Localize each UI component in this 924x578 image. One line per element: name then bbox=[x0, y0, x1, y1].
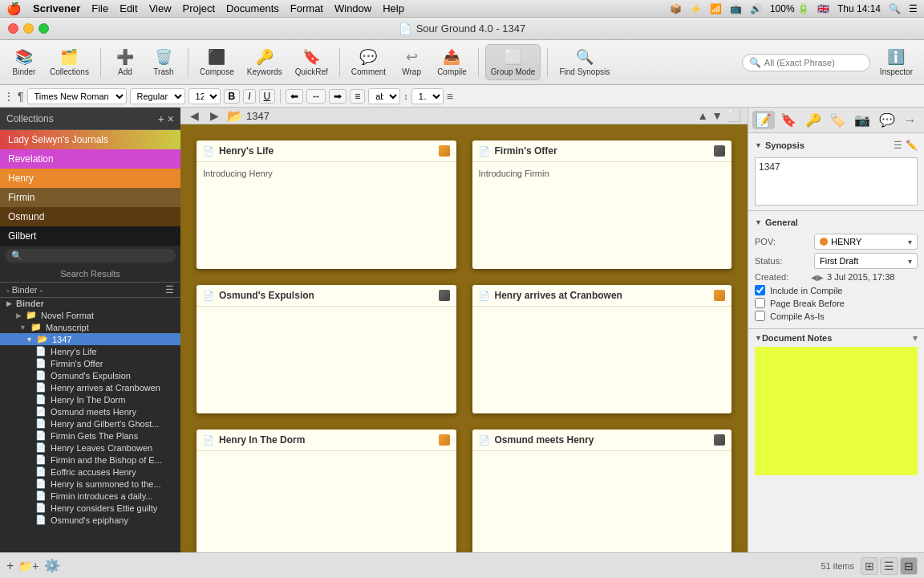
status-value[interactable]: First Draft ▾ bbox=[814, 253, 918, 269]
binder-menu-icon[interactable]: ☰ bbox=[165, 284, 174, 295]
corkboard-view-button[interactable]: ⊟ bbox=[900, 557, 918, 575]
up-arrow-button[interactable]: ▲ bbox=[697, 109, 708, 122]
binder-item-novel-format[interactable]: ▶ 📁 Novel Format bbox=[0, 309, 180, 321]
quickref-button[interactable]: 🔖 QuickRef bbox=[290, 45, 333, 79]
synopsis-edit-icon[interactable]: ✏️ bbox=[906, 140, 918, 151]
notification-center-icon[interactable]: ☰ bbox=[909, 3, 918, 14]
format-nav-icon[interactable]: ⋮ bbox=[3, 90, 14, 103]
binder-item-firmins-offer[interactable]: 📄 Firmin's Offer bbox=[0, 357, 180, 369]
binder-item-firmin-plans[interactable]: 📄 Firmin Gets The Plans bbox=[0, 429, 180, 442]
minimize-button[interactable] bbox=[23, 23, 34, 34]
search-bar[interactable]: 🔍 bbox=[5, 249, 176, 263]
add-button[interactable]: ➕ Add bbox=[107, 45, 143, 79]
collection-item-firmin[interactable]: Firmin bbox=[0, 188, 180, 207]
binder-item-henry-arrives[interactable]: 📄 Henry arrives at Cranbowen bbox=[0, 381, 180, 393]
collections-button[interactable]: 🗂️ Collections bbox=[45, 45, 94, 79]
search-input[interactable] bbox=[764, 58, 863, 67]
page-break-checkbox[interactable] bbox=[755, 298, 765, 308]
add-folder-button[interactable]: 📁+ bbox=[18, 560, 38, 572]
collection-item-lady[interactable]: Lady Selwyn's Journals bbox=[0, 130, 180, 149]
synopsis-options-icon[interactable]: ☰ bbox=[894, 140, 902, 151]
inspector-key-icon[interactable]: 🔑 bbox=[802, 111, 825, 129]
inspector-arrow-icon[interactable]: → bbox=[901, 112, 920, 129]
keywords-button[interactable]: 🔑 Keywords bbox=[242, 45, 287, 79]
settings-bottom-button[interactable]: ⚙️ bbox=[44, 558, 60, 573]
binder-item-osmund-meets[interactable]: 📄 Osmund meets Henry bbox=[0, 405, 180, 417]
binder-item-henrys-life[interactable]: 📄 Henry's Life bbox=[0, 345, 180, 357]
binder-item-henry-leaves[interactable]: 📄 Henry Leaves Cranbowen bbox=[0, 442, 180, 454]
card-osmund-meets[interactable]: 📄 Osmund meets Henry bbox=[472, 429, 732, 552]
binder-item-henry-dorm[interactable]: 📄 Henry In The Dorm bbox=[0, 393, 180, 405]
compile-button[interactable]: 📤 Compile bbox=[432, 45, 472, 79]
binder-item-osmunds-expulsion[interactable]: 📄 Osmund's Expulsion bbox=[0, 369, 180, 381]
menu-project[interactable]: Project bbox=[183, 2, 215, 14]
compile-as-checkbox[interactable] bbox=[755, 311, 765, 321]
binder-item-osmund-epiphany[interactable]: 📄 Osmund's epiphany bbox=[0, 514, 180, 526]
underline-button[interactable]: U bbox=[259, 89, 276, 104]
close-button[interactable] bbox=[8, 23, 18, 34]
comment-button[interactable]: 💬 Comment bbox=[346, 45, 391, 79]
align-justify-button[interactable]: ≡ bbox=[350, 89, 365, 104]
inspector-label-icon[interactable]: 🏷️ bbox=[826, 111, 849, 129]
binder-item-1347[interactable]: ▼ 📂 1347 bbox=[0, 333, 180, 345]
notes-arrow[interactable]: ▼ bbox=[755, 334, 762, 342]
card-osmunds-expulsion[interactable]: 📄 Osmund's Expulsion bbox=[197, 285, 456, 413]
trash-button[interactable]: 🗑️ Trash bbox=[146, 45, 181, 79]
menu-help[interactable]: Help bbox=[383, 2, 404, 14]
group-mode-button[interactable]: ⬜ Group Mode bbox=[485, 44, 541, 80]
align-center-button[interactable]: ↔ bbox=[306, 89, 326, 104]
card-henrys-life[interactable]: 📄 Henry's Life Introducing Henry bbox=[197, 140, 456, 269]
binder-item-manuscript[interactable]: ▼ 📁 Manuscript bbox=[0, 321, 180, 333]
forward-button[interactable]: ▶ bbox=[207, 108, 222, 124]
align-right-button[interactable]: ➡ bbox=[329, 89, 346, 104]
created-arrows[interactable]: ◀▶ bbox=[811, 273, 824, 282]
list-icon[interactable]: ≡ bbox=[447, 90, 453, 103]
binder-button[interactable]: 📚 Binder bbox=[6, 45, 42, 79]
inspector-notes-icon[interactable]: 📝 bbox=[752, 111, 775, 129]
synopsis-arrow[interactable]: ▼ bbox=[755, 141, 762, 149]
menu-window[interactable]: Window bbox=[334, 2, 371, 14]
font-family-select[interactable]: Times New Roman bbox=[27, 88, 127, 104]
binder-root[interactable]: ▶ Binder bbox=[0, 298, 180, 309]
binder-item-henry-ettie[interactable]: 📄 Henry considers Ettie guilty bbox=[0, 502, 180, 514]
text-color-select[interactable]: abc bbox=[368, 88, 400, 104]
collection-item-revelation[interactable]: Revelation bbox=[0, 149, 180, 169]
search-box[interactable]: 🔍 bbox=[742, 54, 870, 71]
line-spacing-select[interactable]: 1.2 bbox=[411, 88, 444, 104]
binder-item-firmin-bishop[interactable]: 📄 Firmin and the Bishop of E... bbox=[0, 454, 180, 466]
app-menu-scrivener[interactable]: Scrivener bbox=[33, 2, 80, 14]
menu-file[interactable]: File bbox=[91, 2, 108, 14]
inspector-comment-icon[interactable]: 💬 bbox=[876, 111, 898, 129]
general-arrow[interactable]: ▼ bbox=[755, 218, 762, 226]
back-button[interactable]: ◀ bbox=[187, 108, 202, 124]
compose-button[interactable]: ⬛ Compose bbox=[195, 45, 239, 79]
bold-button[interactable]: B bbox=[224, 89, 241, 104]
notes-box[interactable] bbox=[755, 347, 918, 475]
include-compile-checkbox[interactable] bbox=[755, 285, 765, 295]
down-arrow-button[interactable]: ▼ bbox=[711, 109, 723, 122]
binder-item-henry-summoned[interactable]: 📄 Henry is summoned to the... bbox=[0, 478, 180, 490]
binder-item-eoffric[interactable]: 📄 Eoffric accuses Henry bbox=[0, 466, 180, 478]
collection-item-osmund[interactable]: Osmund bbox=[0, 207, 180, 226]
find-synopsis-button[interactable]: 🔍 Find Synopsis bbox=[554, 45, 614, 79]
apple-menu[interactable]: 🍎 bbox=[6, 2, 22, 16]
wrap-button[interactable]: ↩ Wrap bbox=[394, 45, 429, 79]
inspector-bookmark-icon[interactable]: 🔖 bbox=[777, 111, 800, 129]
collection-item-gilbert[interactable]: Gilbert bbox=[0, 226, 180, 246]
zoom-button[interactable] bbox=[38, 23, 49, 34]
sidebar-search-input[interactable] bbox=[26, 251, 169, 261]
add-bottom-button[interactable]: + bbox=[6, 559, 14, 573]
binder-item-henry-gilberts[interactable]: 📄 Henry and Gilbert's Ghost... bbox=[0, 417, 180, 429]
card-henry-dorm[interactable]: 📄 Henry In The Dorm bbox=[197, 429, 456, 552]
font-style-select[interactable]: Regular bbox=[130, 88, 185, 104]
menu-edit[interactable]: Edit bbox=[120, 2, 137, 14]
align-left-button[interactable]: ⬅ bbox=[286, 89, 303, 104]
menu-documents[interactable]: Documents bbox=[226, 2, 279, 14]
spotlight-icon[interactable]: 🔍 bbox=[889, 3, 901, 14]
paragraph-spacing-icon[interactable]: ¶ bbox=[18, 90, 24, 103]
remove-collection-button[interactable]: × bbox=[168, 112, 174, 125]
card-henry-arrives[interactable]: 📄 Henry arrives at Cranbowen bbox=[472, 285, 732, 413]
add-collection-button[interactable]: + bbox=[158, 112, 164, 125]
inspector-button[interactable]: ℹ️ Inspector bbox=[875, 45, 918, 79]
pov-value[interactable]: HENRY ▾ bbox=[814, 234, 918, 250]
